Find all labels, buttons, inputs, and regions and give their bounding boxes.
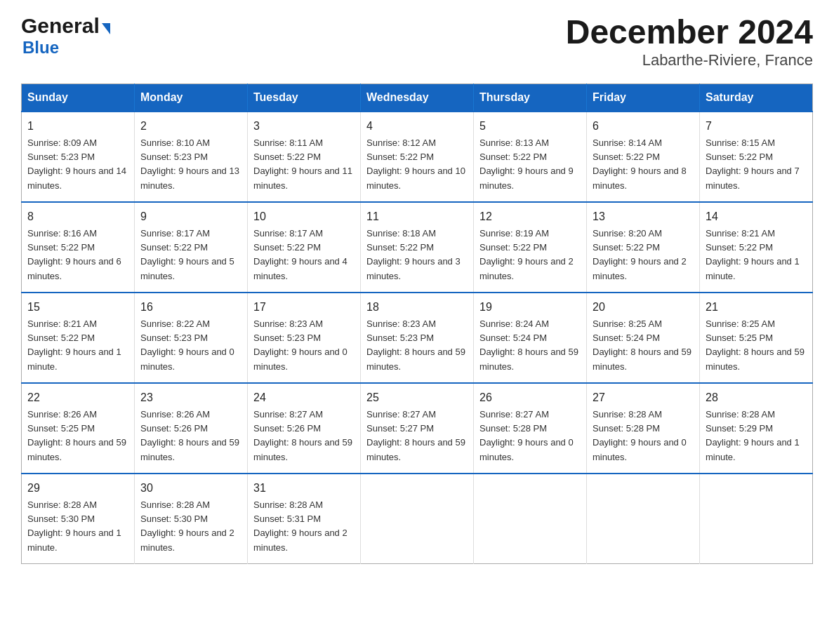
day-info: Sunrise: 8:25 AMSunset: 5:25 PMDaylight:…: [706, 318, 805, 372]
calendar-header: SundayMondayTuesdayWednesdayThursdayFrid…: [22, 83, 813, 112]
day-info: Sunrise: 8:23 AMSunset: 5:23 PMDaylight:…: [366, 318, 465, 372]
logo-triangle-icon: [102, 23, 110, 34]
calendar-cell: 29Sunrise: 8:28 AMSunset: 5:30 PMDayligh…: [22, 474, 135, 564]
calendar-cell: 22Sunrise: 8:26 AMSunset: 5:25 PMDayligh…: [22, 383, 135, 474]
day-number: 3: [253, 118, 355, 135]
calendar-cell: 25Sunrise: 8:27 AMSunset: 5:27 PMDayligh…: [361, 383, 474, 474]
day-info: Sunrise: 8:13 AMSunset: 5:22 PMDaylight:…: [479, 137, 574, 191]
day-info: Sunrise: 8:23 AMSunset: 5:23 PMDaylight:…: [253, 318, 348, 372]
calendar-week-4: 22Sunrise: 8:26 AMSunset: 5:25 PMDayligh…: [22, 383, 813, 474]
day-info: Sunrise: 8:26 AMSunset: 5:26 PMDaylight:…: [140, 409, 239, 462]
logo-blue-text: Blue: [22, 38, 59, 57]
calendar-week-1: 1Sunrise: 8:09 AMSunset: 5:23 PMDaylight…: [22, 112, 813, 202]
calendar-cell: 9Sunrise: 8:17 AMSunset: 5:22 PMDaylight…: [135, 202, 248, 293]
page-header: General Blue December 2024 Labarthe-Rivi…: [21, 14, 813, 69]
day-number: 7: [706, 118, 807, 135]
weekday-header-thursday: Thursday: [474, 83, 587, 112]
day-info: Sunrise: 8:24 AMSunset: 5:24 PMDaylight:…: [479, 318, 578, 372]
weekday-header-row: SundayMondayTuesdayWednesdayThursdayFrid…: [22, 83, 813, 112]
day-number: 22: [27, 389, 128, 406]
calendar-table: SundayMondayTuesdayWednesdayThursdayFrid…: [21, 83, 813, 564]
calendar-cell: 5Sunrise: 8:13 AMSunset: 5:22 PMDaylight…: [474, 112, 587, 202]
calendar-cell: 28Sunrise: 8:28 AMSunset: 5:29 PMDayligh…: [700, 383, 813, 474]
day-info: Sunrise: 8:20 AMSunset: 5:22 PMDaylight:…: [593, 228, 687, 281]
day-info: Sunrise: 8:10 AMSunset: 5:23 PMDaylight:…: [140, 137, 239, 191]
calendar-body: 1Sunrise: 8:09 AMSunset: 5:23 PMDaylight…: [22, 112, 813, 564]
day-number: 2: [140, 118, 241, 135]
calendar-cell: 4Sunrise: 8:12 AMSunset: 5:22 PMDaylight…: [361, 112, 474, 202]
calendar-cell: 7Sunrise: 8:15 AMSunset: 5:22 PMDaylight…: [700, 112, 813, 202]
day-number: 18: [366, 299, 468, 316]
calendar-cell: 10Sunrise: 8:17 AMSunset: 5:22 PMDayligh…: [248, 202, 361, 293]
calendar-cell: 31Sunrise: 8:28 AMSunset: 5:31 PMDayligh…: [248, 474, 361, 564]
calendar-cell: 12Sunrise: 8:19 AMSunset: 5:22 PMDayligh…: [474, 202, 587, 293]
calendar-cell: 11Sunrise: 8:18 AMSunset: 5:22 PMDayligh…: [361, 202, 474, 293]
day-info: Sunrise: 8:11 AMSunset: 5:22 PMDaylight:…: [253, 137, 352, 191]
day-info: Sunrise: 8:17 AMSunset: 5:22 PMDaylight:…: [140, 228, 234, 281]
day-info: Sunrise: 8:15 AMSunset: 5:22 PMDaylight:…: [706, 137, 800, 191]
calendar-cell: [587, 474, 700, 564]
day-info: Sunrise: 8:27 AMSunset: 5:28 PMDaylight:…: [479, 409, 574, 462]
calendar-cell: 17Sunrise: 8:23 AMSunset: 5:23 PMDayligh…: [248, 293, 361, 383]
calendar-cell: 15Sunrise: 8:21 AMSunset: 5:22 PMDayligh…: [22, 293, 135, 383]
day-number: 10: [253, 208, 355, 225]
calendar-cell: 30Sunrise: 8:28 AMSunset: 5:30 PMDayligh…: [135, 474, 248, 564]
day-info: Sunrise: 8:27 AMSunset: 5:26 PMDaylight:…: [253, 409, 352, 462]
day-info: Sunrise: 8:28 AMSunset: 5:29 PMDaylight:…: [706, 409, 800, 462]
calendar-cell: 1Sunrise: 8:09 AMSunset: 5:23 PMDaylight…: [22, 112, 135, 202]
calendar-week-2: 8Sunrise: 8:16 AMSunset: 5:22 PMDaylight…: [22, 202, 813, 293]
day-info: Sunrise: 8:25 AMSunset: 5:24 PMDaylight:…: [593, 318, 691, 372]
calendar-cell: 20Sunrise: 8:25 AMSunset: 5:24 PMDayligh…: [587, 293, 700, 383]
title-block: December 2024 Labarthe-Riviere, France: [566, 14, 813, 69]
calendar-cell: 2Sunrise: 8:10 AMSunset: 5:23 PMDaylight…: [135, 112, 248, 202]
day-info: Sunrise: 8:16 AMSunset: 5:22 PMDaylight:…: [27, 228, 121, 281]
calendar-cell: 21Sunrise: 8:25 AMSunset: 5:25 PMDayligh…: [700, 293, 813, 383]
calendar-cell: 24Sunrise: 8:27 AMSunset: 5:26 PMDayligh…: [248, 383, 361, 474]
weekday-header-sunday: Sunday: [22, 83, 135, 112]
day-info: Sunrise: 8:22 AMSunset: 5:23 PMDaylight:…: [140, 318, 234, 372]
calendar-cell: 13Sunrise: 8:20 AMSunset: 5:22 PMDayligh…: [587, 202, 700, 293]
day-info: Sunrise: 8:27 AMSunset: 5:27 PMDaylight:…: [366, 409, 465, 462]
calendar-cell: 3Sunrise: 8:11 AMSunset: 5:22 PMDaylight…: [248, 112, 361, 202]
calendar-cell: 14Sunrise: 8:21 AMSunset: 5:22 PMDayligh…: [700, 202, 813, 293]
day-info: Sunrise: 8:28 AMSunset: 5:28 PMDaylight:…: [593, 409, 687, 462]
day-number: 25: [366, 389, 468, 406]
calendar-cell: 19Sunrise: 8:24 AMSunset: 5:24 PMDayligh…: [474, 293, 587, 383]
day-number: 1: [27, 118, 128, 135]
calendar-cell: [700, 474, 813, 564]
calendar-cell: 27Sunrise: 8:28 AMSunset: 5:28 PMDayligh…: [587, 383, 700, 474]
day-number: 16: [140, 299, 241, 316]
day-info: Sunrise: 8:09 AMSunset: 5:23 PMDaylight:…: [27, 137, 126, 191]
day-info: Sunrise: 8:14 AMSunset: 5:22 PMDaylight:…: [593, 137, 687, 191]
calendar-cell: [361, 474, 474, 564]
calendar-cell: 6Sunrise: 8:14 AMSunset: 5:22 PMDaylight…: [587, 112, 700, 202]
weekday-header-saturday: Saturday: [700, 83, 813, 112]
day-info: Sunrise: 8:17 AMSunset: 5:22 PMDaylight:…: [253, 228, 348, 281]
day-info: Sunrise: 8:26 AMSunset: 5:25 PMDaylight:…: [27, 409, 126, 462]
day-number: 11: [366, 208, 468, 225]
day-number: 21: [706, 299, 807, 316]
day-number: 8: [27, 208, 128, 225]
weekday-header-friday: Friday: [587, 83, 700, 112]
day-number: 4: [366, 118, 468, 135]
day-number: 12: [479, 208, 581, 225]
day-info: Sunrise: 8:21 AMSunset: 5:22 PMDaylight:…: [27, 318, 121, 372]
weekday-header-wednesday: Wednesday: [361, 83, 474, 112]
day-info: Sunrise: 8:28 AMSunset: 5:31 PMDaylight:…: [253, 499, 348, 553]
calendar-cell: [474, 474, 587, 564]
day-number: 15: [27, 299, 128, 316]
day-info: Sunrise: 8:21 AMSunset: 5:22 PMDaylight:…: [706, 228, 800, 281]
weekday-header-tuesday: Tuesday: [248, 83, 361, 112]
day-info: Sunrise: 8:28 AMSunset: 5:30 PMDaylight:…: [27, 499, 121, 553]
calendar-cell: 23Sunrise: 8:26 AMSunset: 5:26 PMDayligh…: [135, 383, 248, 474]
logo: General Blue: [21, 14, 110, 58]
day-number: 5: [479, 118, 581, 135]
calendar-week-5: 29Sunrise: 8:28 AMSunset: 5:30 PMDayligh…: [22, 474, 813, 564]
calendar-cell: 18Sunrise: 8:23 AMSunset: 5:23 PMDayligh…: [361, 293, 474, 383]
day-info: Sunrise: 8:18 AMSunset: 5:22 PMDaylight:…: [366, 228, 461, 281]
calendar-cell: 16Sunrise: 8:22 AMSunset: 5:23 PMDayligh…: [135, 293, 248, 383]
day-number: 19: [479, 299, 581, 316]
calendar-cell: 8Sunrise: 8:16 AMSunset: 5:22 PMDaylight…: [22, 202, 135, 293]
day-number: 31: [253, 480, 355, 497]
day-number: 29: [27, 480, 128, 497]
